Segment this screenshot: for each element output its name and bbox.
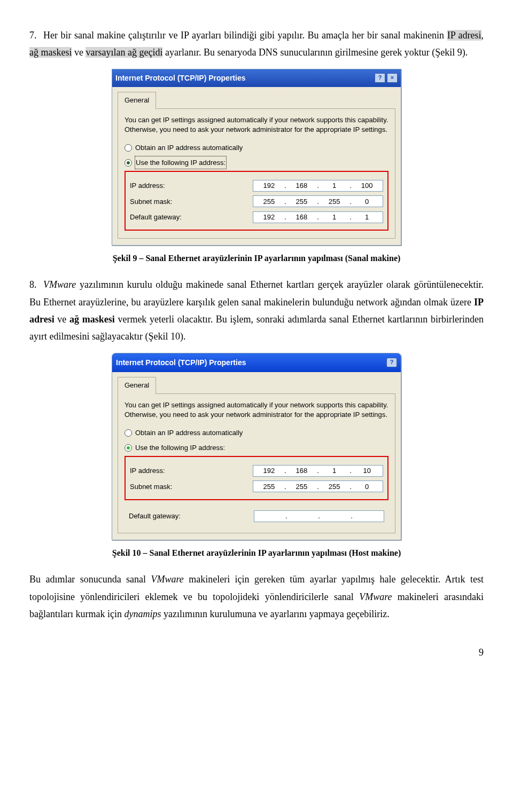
octet[interactable]: 168 bbox=[291, 464, 312, 477]
italic-dynamips: dynamips bbox=[124, 609, 161, 619]
italic-vmware: VMware bbox=[43, 279, 76, 290]
octet[interactable]: 1 bbox=[324, 464, 345, 477]
octet[interactable]: 10 bbox=[357, 464, 377, 477]
radio-icon bbox=[125, 159, 132, 167]
text: ve bbox=[55, 314, 69, 325]
radio-obtain-auto[interactable]: Obtain an IP address automatically bbox=[125, 141, 388, 154]
label-subnet-mask: Subnet mask: bbox=[130, 480, 221, 493]
octet[interactable]: 255 bbox=[259, 195, 279, 208]
default-gateway-input[interactable]: . . . bbox=[254, 510, 384, 522]
list-number: 8. bbox=[29, 276, 43, 293]
label-default-gateway: Default gateway: bbox=[129, 510, 220, 522]
octet[interactable]: 255 bbox=[324, 195, 345, 208]
titlebar[interactable]: Internet Protocol (TCP/IP) Properties ? … bbox=[112, 353, 401, 372]
window-title: Internet Protocol (TCP/IP) Properties bbox=[115, 72, 245, 85]
radio-use-following[interactable]: Use the following IP address: bbox=[125, 442, 388, 454]
radio-obtain-auto[interactable]: Obtain an IP address automatically bbox=[125, 427, 388, 439]
text: yazılımının kurulu olduğu makinede sanal… bbox=[29, 279, 484, 307]
radio-label: Use the following IP address: bbox=[135, 156, 226, 169]
subnet-mask-input[interactable]: 255. 255. 255. 0 bbox=[253, 195, 383, 207]
radio-icon bbox=[125, 444, 132, 452]
gateway-row: Default gateway: . . . bbox=[125, 502, 388, 522]
help-button[interactable]: ? bbox=[386, 358, 397, 367]
octet[interactable]: 255 bbox=[259, 480, 279, 493]
tcpip-properties-dialog-host: Internet Protocol (TCP/IP) Properties ? … bbox=[112, 353, 401, 541]
page-number: 9 bbox=[29, 644, 484, 661]
label-default-gateway: Default gateway: bbox=[130, 211, 221, 223]
octet[interactable]: 1 bbox=[324, 179, 345, 192]
label-ip-address: IP address: bbox=[130, 464, 221, 477]
titlebar[interactable]: Internet Protocol (TCP/IP) Properties ? … bbox=[112, 69, 401, 87]
ip-address-input[interactable]: 192. 168. 1. 10 bbox=[253, 465, 383, 477]
octet[interactable]: 1 bbox=[357, 211, 377, 223]
italic-vmware: VMware bbox=[151, 574, 184, 585]
text: yazılımının kurulumuna ve ayarlarını yap… bbox=[161, 609, 389, 619]
highlight-subnet-mask: ağ maskesi bbox=[29, 47, 72, 58]
octet[interactable]: 0 bbox=[357, 195, 377, 208]
dialog-description: You can get IP settings assigned automat… bbox=[125, 115, 388, 134]
octet[interactable]: 192 bbox=[259, 179, 279, 192]
italic-vmware: VMware bbox=[359, 592, 392, 602]
tab-panel: You can get IP settings assigned automat… bbox=[118, 393, 395, 533]
radio-icon bbox=[125, 144, 132, 152]
text: Bu adımlar sonucunda sanal bbox=[29, 574, 151, 585]
radio-icon bbox=[125, 429, 132, 437]
help-button[interactable]: ? bbox=[375, 73, 385, 83]
label-ip-address: IP address: bbox=[130, 179, 221, 192]
radio-label: Obtain an IP address automatically bbox=[135, 141, 243, 154]
list-item-7: 7.Her bir sanal makine çalıştırılır ve I… bbox=[29, 27, 484, 61]
ip-settings-group: IP address: 192. 168. 1. 100 Subnet mask… bbox=[125, 171, 388, 231]
window-title: Internet Protocol (TCP/IP) Properties bbox=[116, 356, 246, 369]
text: , bbox=[481, 30, 484, 41]
highlight-ip-address: IP adresi bbox=[447, 30, 481, 41]
text: Her bir sanal makine çalıştırılır ve IP … bbox=[43, 30, 447, 41]
label-subnet-mask: Subnet mask: bbox=[130, 195, 221, 208]
tab-general[interactable]: General bbox=[118, 92, 156, 109]
radio-label: Obtain an IP address automatically bbox=[135, 427, 243, 439]
bold-subnet-mask: ağ maskesi bbox=[69, 314, 115, 325]
octet[interactable]: 0 bbox=[357, 480, 377, 493]
figure-caption-10: Şekil 10 – Sanal Ethernet arayüzlerinin … bbox=[29, 546, 484, 561]
text: ve bbox=[72, 47, 86, 58]
octet[interactable]: 255 bbox=[324, 480, 345, 493]
close-button[interactable]: × bbox=[387, 73, 398, 83]
radio-label: Use the following IP address: bbox=[135, 442, 225, 454]
subnet-mask-input[interactable]: 255. 255. 255. 0 bbox=[253, 480, 383, 492]
list-item-8: 8.VMware yazılımının kurulu olduğu makin… bbox=[29, 276, 484, 345]
octet[interactable]: 168 bbox=[291, 179, 312, 192]
tcpip-properties-dialog-vm: Internet Protocol (TCP/IP) Properties ? … bbox=[112, 69, 401, 246]
default-gateway-input[interactable]: 192. 168. 1. 1 bbox=[253, 211, 383, 223]
list-number: 7. bbox=[29, 27, 43, 44]
closing-paragraph: Bu adımlar sonucunda sanal VMware makine… bbox=[29, 571, 484, 622]
figure-caption-9: Şekil 9 – Sanal Ethernet arayüzlerinin I… bbox=[29, 251, 484, 266]
octet[interactable]: 255 bbox=[291, 480, 312, 493]
octet[interactable]: 1 bbox=[324, 211, 345, 223]
octet[interactable]: 100 bbox=[357, 179, 377, 192]
dialog-description: You can get IP settings assigned automat… bbox=[125, 400, 388, 419]
octet[interactable]: 192 bbox=[259, 464, 279, 477]
radio-use-following[interactable]: Use the following IP address: bbox=[125, 156, 388, 169]
octet[interactable]: 255 bbox=[291, 195, 312, 208]
ip-address-input[interactable]: 192. 168. 1. 100 bbox=[253, 180, 383, 192]
ip-settings-group: IP address: 192. 168. 1. 10 Subnet mask:… bbox=[125, 456, 388, 500]
octet[interactable]: 192 bbox=[259, 211, 279, 223]
highlight-default-gateway: varsayılan ağ geçidi bbox=[86, 47, 162, 58]
text: ayarlanır. Bu senaryoda DNS sunucularını… bbox=[162, 47, 468, 58]
octet[interactable]: 168 bbox=[291, 211, 312, 223]
tab-general[interactable]: General bbox=[118, 377, 156, 394]
tab-panel: You can get IP settings assigned automat… bbox=[118, 108, 395, 239]
